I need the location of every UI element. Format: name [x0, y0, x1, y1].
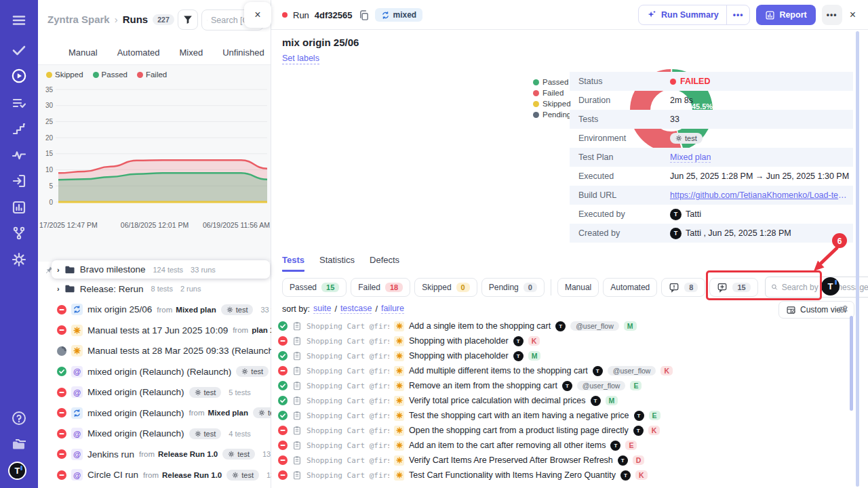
- settings-gear-icon[interactable]: [11, 251, 27, 268]
- projects-icon[interactable]: [11, 436, 27, 452]
- run-row[interactable]: @ Circle CI run from Release Run 1.0 tes…: [38, 465, 271, 486]
- runs-list-panel: Zyntra Spark › Runs 227 × Manual Automat…: [38, 0, 271, 488]
- user-avatar[interactable]: T: [8, 462, 26, 480]
- tab-statistics[interactable]: Statistics: [319, 255, 355, 272]
- help-icon[interactable]: [11, 410, 27, 426]
- test-suite: Shopping Cart @first…: [307, 382, 389, 390]
- filter-button[interactable]: [178, 9, 198, 30]
- test-title[interactable]: Add a single item to the shopping cart: [409, 321, 551, 331]
- more-actions-button[interactable]: •••: [822, 5, 842, 25]
- run-row[interactable]: @ mixed origin (Relaunch) (Relaunch) tes…: [38, 361, 271, 382]
- manual-test-icon: [394, 441, 404, 451]
- test-row[interactable]: Shopping Cart @first… Add multiple diffe…: [278, 363, 846, 378]
- run-row-folder[interactable]: › Release: Rerun 8 tests 2 runs: [38, 279, 271, 300]
- manual-run-icon: [71, 345, 83, 357]
- dashboards-icon[interactable]: [11, 199, 27, 216]
- panel-scrollbar[interactable]: [856, 31, 859, 487]
- pending-legend-dot: [533, 112, 539, 118]
- filter-manual-button[interactable]: Manual: [557, 278, 599, 297]
- filter-pending-button[interactable]: Pending0: [481, 278, 545, 297]
- runs-play-icon[interactable]: [11, 68, 27, 84]
- run-summary-more-button[interactable]: •••: [726, 5, 750, 24]
- test-suite: Shopping Cart @first…: [307, 367, 389, 375]
- test-suite: Shopping Cart @first…: [307, 322, 389, 331]
- manual-test-icon: [394, 396, 404, 406]
- copy-icon[interactable]: [358, 9, 370, 21]
- chevron-right-icon[interactable]: ›: [57, 285, 60, 293]
- activity-icon[interactable]: [11, 147, 27, 163]
- sort-suite-link[interactable]: suite: [313, 304, 331, 314]
- test-title[interactable]: Verify Cart Items Are Preserved After Br…: [409, 455, 613, 465]
- test-title[interactable]: Test the shopping cart with an item havi…: [409, 411, 629, 420]
- filter-passed-button[interactable]: Passed15: [282, 278, 347, 297]
- test-suite: Shopping Cart @first…: [307, 456, 389, 465]
- tab-automated[interactable]: Automated: [117, 47, 160, 58]
- test-title[interactable]: Shopping with placeholder: [409, 351, 509, 361]
- menu-icon[interactable]: [11, 12, 27, 28]
- test-row[interactable]: Shopping Cart @first… Verify total price…: [278, 393, 846, 408]
- test-row[interactable]: Shopping Cart @first… Shopping with plac…: [278, 333, 846, 348]
- tests-search[interactable]: [765, 277, 868, 298]
- run-row[interactable]: mix origin 25/06 from Mixed plan test 33…: [38, 300, 271, 321]
- tab-defects[interactable]: Defects: [370, 255, 399, 272]
- test-row[interactable]: Shopping Cart @first… Shopping with plac…: [278, 348, 846, 363]
- run-row[interactable]: Manual tests at 28 Mar 2025 09:33 (Relau…: [38, 341, 271, 362]
- failed-status-icon: [278, 336, 288, 346]
- check-icon[interactable]: [11, 42, 27, 58]
- test-title[interactable]: Remove an item from the shopping cart: [409, 381, 557, 390]
- run-summary-button[interactable]: Run Summary •••: [638, 5, 750, 25]
- test-row[interactable]: Shopping Cart @first… Verify Cart Items …: [278, 453, 846, 468]
- test-title[interactable]: Add an item to the cart after removing a…: [409, 441, 606, 450]
- sliders-icon[interactable]: [838, 304, 849, 314]
- status-value: FAILED: [680, 77, 710, 86]
- breadcrumb-project[interactable]: Zyntra Spark: [47, 14, 110, 25]
- run-row[interactable]: mixed origin (Relaunch) from Mixed plan …: [38, 403, 271, 424]
- test-row[interactable]: Shopping Cart @first… Test the shopping …: [278, 408, 846, 423]
- filter-skipped-button[interactable]: Skipped0: [414, 278, 477, 297]
- run-row[interactable]: @ Jenkins run from Release Run 1.0 test …: [38, 444, 271, 465]
- manual-test-icon: [394, 336, 404, 346]
- tests-scrollbar[interactable]: [850, 316, 853, 411]
- test-row[interactable]: Shopping Cart @first… Open the shopping …: [278, 423, 846, 438]
- filter-failed-button[interactable]: Failed18: [351, 278, 410, 297]
- test-title[interactable]: Verify total price calculation with deci…: [409, 396, 586, 405]
- passed-status-icon: [278, 411, 288, 420]
- tab-unfinished[interactable]: Unfinished: [222, 47, 264, 58]
- test-title[interactable]: Shopping with placeholder: [409, 336, 509, 346]
- filter-automated-button[interactable]: Automated: [603, 278, 657, 297]
- sort-failure-link[interactable]: failure: [381, 304, 404, 314]
- launcher-icon[interactable]: [11, 173, 27, 189]
- test-cases-icon[interactable]: [11, 95, 27, 111]
- run-row[interactable]: Manual tests at 17 Jun 2025 10:09 from p…: [38, 320, 271, 341]
- run-title: mix origin 25/06: [282, 37, 359, 48]
- run-row[interactable]: @ Mixed origin (Relaunch) test 5 tests: [38, 382, 271, 403]
- user-avatar[interactable]: T: [821, 277, 840, 296]
- avatar: T: [618, 455, 628, 466]
- comments-add-button[interactable]: 15: [709, 278, 757, 297]
- report-button[interactable]: Report: [756, 5, 815, 25]
- build-url-link[interactable]: https://github.com/TetianaKhomenko/Load-…: [670, 190, 849, 200]
- test-title[interactable]: Test Cart Functionality with Items Havin…: [409, 470, 616, 480]
- test-row[interactable]: Shopping Cart @first… Add a single item …: [278, 319, 846, 333]
- comments-issues-button[interactable]: 8: [661, 278, 705, 297]
- automated-run-icon: @: [71, 386, 83, 398]
- test-plan-link[interactable]: Mixed plan: [670, 152, 711, 163]
- tab-tests[interactable]: Tests: [282, 255, 304, 272]
- run-row[interactable]: @ Mixed origin (Relaunch) test 4 tests: [38, 424, 271, 445]
- tab-manual[interactable]: Manual: [68, 47, 98, 58]
- set-labels-link[interactable]: Set labels: [282, 54, 319, 64]
- letter-badge: M: [624, 321, 637, 331]
- test-title[interactable]: Add multiple different items to the shop…: [409, 366, 588, 375]
- branch-icon[interactable]: [11, 225, 27, 241]
- test-row[interactable]: Shopping Cart @first… Test Cart Function…: [278, 468, 846, 483]
- panel-close-button[interactable]: ×: [244, 2, 271, 28]
- close-detail-icon[interactable]: ×: [848, 9, 857, 21]
- test-row[interactable]: Shopping Cart @first… Remove an item fro…: [278, 378, 846, 393]
- chevron-right-icon[interactable]: ›: [57, 266, 60, 274]
- sort-testcase-link[interactable]: testcase: [340, 304, 372, 314]
- test-title[interactable]: Open the shopping cart from a product li…: [409, 426, 629, 435]
- steps-icon[interactable]: [11, 121, 27, 137]
- test-row[interactable]: Shopping Cart @first… Add an item to the…: [278, 438, 846, 453]
- run-row-milestone[interactable]: › Bravo milestone 124 tests 33 runs: [52, 260, 270, 279]
- tab-mixed[interactable]: Mixed: [180, 47, 203, 58]
